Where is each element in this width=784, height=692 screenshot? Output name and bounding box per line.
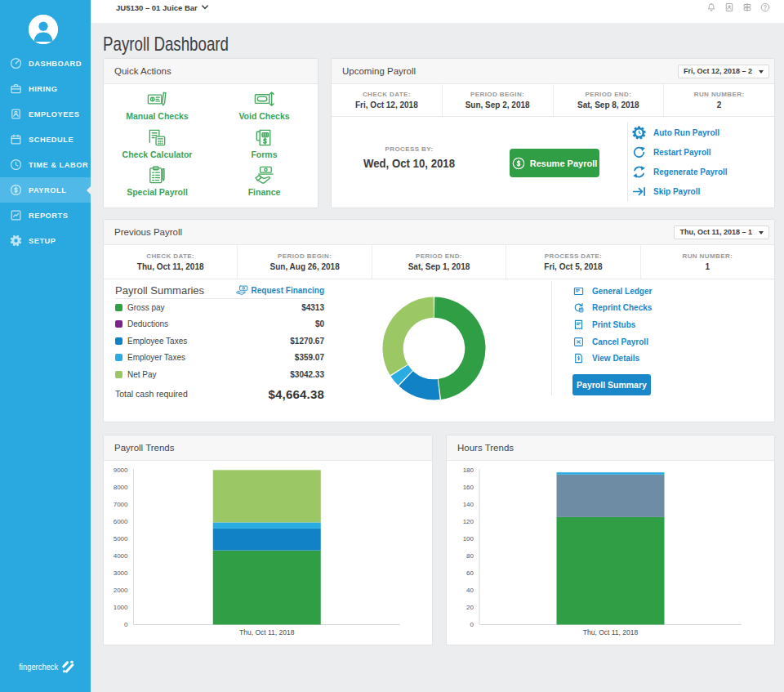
quick-action-special-payroll[interactable]: Special Payroll <box>104 164 211 203</box>
finance-icon <box>253 164 275 186</box>
svg-text:0: 0 <box>470 621 474 628</box>
svg-text:Thu, Oct 11, 2018: Thu, Oct 11, 2018 <box>583 628 639 636</box>
sidebar-item-label: PAYROLL <box>29 186 66 194</box>
reprint-checks-link[interactable]: Reprint Checks <box>573 300 652 317</box>
request-financing-icon <box>236 285 248 295</box>
total-label: Total cash required <box>115 389 188 401</box>
field-value: 2 <box>717 100 722 109</box>
sidebar-item-schedule[interactable]: SCHEDULE <box>0 127 91 152</box>
forms-icon <box>253 127 275 149</box>
link-label: Skip Payroll <box>653 187 700 196</box>
fingercheck-wordmark: fingercheck <box>20 663 59 672</box>
avatar[interactable] <box>29 15 58 44</box>
sidebar-item-dashboard[interactable]: DASHBOARD <box>0 51 91 76</box>
print-stubs-icon <box>573 319 584 330</box>
company-selector[interactable]: JU5130 – 01 Juice Bar <box>116 2 208 13</box>
sidebar-nav: DASHBOARD HIRING EMPLOYEES SCHEDULE TIME… <box>0 51 91 253</box>
field-period-begin: PERIOD BEGIN: Sun, Aug 26, 2018 <box>237 245 371 279</box>
svg-text:5000: 5000 <box>114 535 128 542</box>
request-financing-link[interactable]: Request Financing <box>236 285 324 295</box>
svg-text:20: 20 <box>466 604 474 611</box>
sidebar-item-reports[interactable]: REPORTS <box>0 203 91 228</box>
quick-action-forms[interactable]: Forms <box>211 127 318 165</box>
quick-actions-card: Quick Actions Manual Checks Void Checks <box>103 58 318 208</box>
summary-row-gross-pay: Gross pay $4313 <box>115 299 324 316</box>
quick-action-finance[interactable]: Finance <box>211 164 318 203</box>
select-value: Fri, Oct 12, 2018 – 2 <box>684 67 752 75</box>
payroll-summaries: Payroll Summaries Request Financing Gros… <box>115 282 324 401</box>
sidebar-item-label: EMPLOYEES <box>29 110 79 118</box>
regenerate-payroll-link[interactable]: Regenerate Payroll <box>632 162 728 181</box>
restart-icon <box>632 145 646 159</box>
field-label: PROCESS DATE: <box>545 252 602 260</box>
summary-value: $4313 <box>301 303 324 312</box>
card-title: Previous Payroll <box>114 227 182 237</box>
upcoming-payroll-header: Upcoming Payroll Fri, Oct 12, 2018 – 2 <box>332 59 774 84</box>
contact-card-icon[interactable] <box>724 2 734 12</box>
topbar-icons <box>706 2 770 12</box>
svg-text:40: 40 <box>466 587 474 594</box>
sidebar-item-hiring[interactable]: HIRING <box>0 76 91 101</box>
link-label: Auto Run Payroll <box>653 128 719 137</box>
quick-action-void-checks[interactable]: Void Checks <box>211 88 318 127</box>
schedule-icon <box>10 133 22 145</box>
field-label: PERIOD BEGIN: <box>470 91 524 98</box>
restart-payroll-link[interactable]: Restart Payroll <box>632 142 728 162</box>
summary-value: $3042.33 <box>290 370 324 379</box>
svg-text:60: 60 <box>466 569 474 577</box>
print-stubs-link[interactable]: Print Stubs <box>573 316 652 333</box>
process-by-label: PROCESS BY: <box>332 145 487 153</box>
svg-text:100: 100 <box>463 535 474 542</box>
sidebar-item-time-labor[interactable]: TIME & LABOR <box>0 152 91 177</box>
field-value: 1 <box>706 262 710 271</box>
svg-text:180: 180 <box>463 467 474 474</box>
total-cash-required-row: Total cash required $4,664.38 <box>115 387 324 401</box>
link-label: General Ledger <box>592 287 652 296</box>
field-period-end: PERIOD END: Sat, Sep 8, 2018 <box>553 84 664 116</box>
skip-payroll-link[interactable]: Skip Payroll <box>632 182 728 202</box>
select-value: Thu, Oct 11, 2018 – 1 <box>679 228 752 236</box>
field-label: PERIOD END: <box>416 252 462 260</box>
upcoming-payroll-select[interactable]: Fri, Oct 12, 2018 – 2 <box>678 65 769 78</box>
payroll-summary-button[interactable]: Payroll Summary <box>572 374 651 395</box>
field-value: Fri, Oct 12, 2018 <box>355 100 418 109</box>
svg-text:4000: 4000 <box>114 552 128 560</box>
fingercheck-logo: fingercheck <box>0 658 91 676</box>
bell-icon[interactable] <box>706 2 716 12</box>
quick-action-label: Manual Checks <box>126 111 188 121</box>
previous-payroll-card: Previous Payroll Thu, Oct 11, 2018 – 1 C… <box>103 219 775 422</box>
upcoming-dates-row: CHECK DATE: Fri, Oct 12, 2018 PERIOD BEG… <box>332 84 774 117</box>
previous-payroll-select[interactable]: Thu, Oct 11, 2018 – 1 <box>674 225 769 239</box>
printer-icon[interactable] <box>742 2 752 12</box>
card-title: Upcoming Payroll <box>342 66 416 76</box>
field-value: Sun, Sep 2, 2018 <box>466 100 530 109</box>
general-ledger-link[interactable]: General Ledger <box>573 283 652 300</box>
legend-swatch <box>115 354 122 361</box>
skip-icon <box>632 185 646 199</box>
hours-trends-chart: 020406080100120140160180Thu, Oct 11, 201… <box>447 461 774 645</box>
sidebar-item-payroll[interactable]: PAYROLL <box>0 177 91 203</box>
resume-payroll-button[interactable]: Resume Payroll <box>510 149 599 177</box>
view-details-link[interactable]: View Details <box>573 350 652 367</box>
svg-text:160: 160 <box>463 484 474 491</box>
reports-icon <box>10 209 22 221</box>
sidebar-item-employees[interactable]: EMPLOYEES <box>0 101 91 127</box>
payroll-trends-header: Payroll Trends <box>104 435 432 461</box>
hiring-icon <box>10 83 22 95</box>
svg-text:2000: 2000 <box>114 587 128 594</box>
quick-action-check-calculator[interactable]: Check Calculator <box>104 127 211 165</box>
legend-swatch <box>115 371 122 378</box>
resume-payroll-label: Resume Payroll <box>530 158 598 168</box>
card-title: Quick Actions <box>114 66 172 76</box>
summary-row-deductions: Deductions $0 <box>115 316 324 333</box>
auto-run-payroll-link[interactable]: Auto Run Payroll <box>632 123 728 142</box>
quick-action-manual-checks[interactable]: Manual Checks <box>104 88 211 127</box>
link-label: Cancel Payroll <box>592 337 648 346</box>
sidebar-item-setup[interactable]: SETUP <box>0 228 91 253</box>
cancel-payroll-link[interactable]: Cancel Payroll <box>573 333 652 350</box>
process-by-block: PROCESS BY: Wed, Oct 10, 2018 <box>332 145 487 170</box>
card-title: Payroll Trends <box>114 443 175 453</box>
summary-label: Deductions <box>127 319 168 328</box>
donut-chart-svg <box>381 296 487 401</box>
help-icon[interactable] <box>760 2 770 12</box>
